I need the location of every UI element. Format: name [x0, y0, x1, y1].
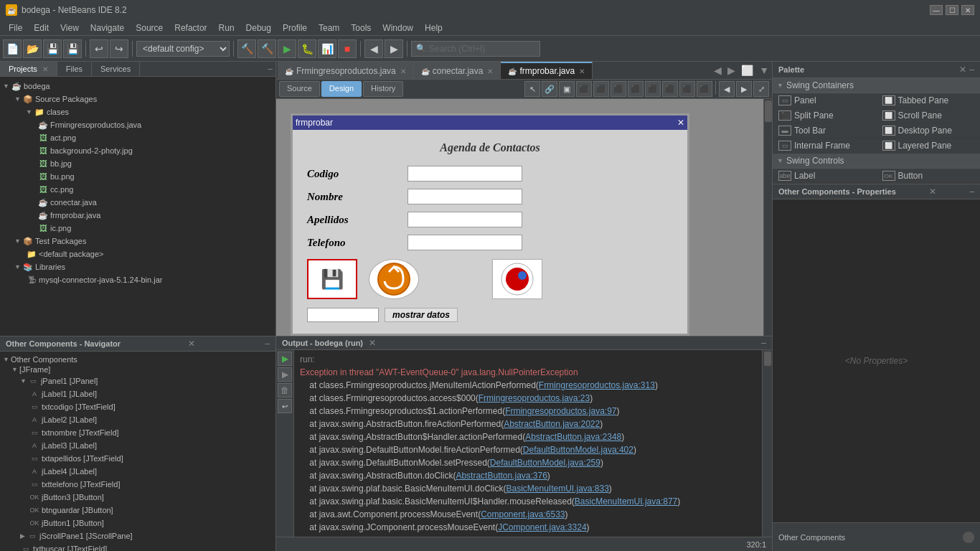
expand-clases-icon[interactable]: ▼ [26, 108, 32, 116]
run-output-btn[interactable]: ▶ [278, 352, 292, 366]
nav-jframe[interactable]: ▼ [JFrame] [0, 364, 275, 375]
form-window-close-icon[interactable]: ✕ [677, 118, 684, 128]
link-6[interactable]: DefaultButtonModel.java:402 [523, 445, 633, 455]
input-telefono[interactable] [407, 235, 522, 250]
palette-tabbed-pane[interactable]: ⬜ Tabbed Pane [877, 93, 981, 108]
close-frmingreso-icon[interactable]: ✕ [400, 67, 406, 75]
project-tree[interactable]: ▼ ☕ bodega ▼ 📦 Source Packages ▼ 📁 clase… [0, 77, 275, 336]
tab-files[interactable]: Files [57, 62, 92, 76]
save-all-button[interactable]: 💾 [63, 39, 82, 58]
menu-source[interactable]: Source [130, 22, 169, 34]
navigator-collapse-icon[interactable]: – [265, 339, 270, 349]
menu-view[interactable]: View [55, 22, 85, 34]
menu-help[interactable]: Help [419, 22, 448, 34]
link-2[interactable]: Frmingresoproductos.java:23 [479, 393, 590, 403]
debug-button[interactable]: 🐛 [298, 39, 316, 58]
close-frmprobar-icon[interactable]: ✕ [579, 67, 585, 75]
menu-window[interactable]: Window [377, 22, 419, 34]
expand-jframe-icon[interactable]: ▼ [11, 366, 18, 373]
menu-tools[interactable]: Tools [345, 22, 377, 34]
palette-toolbar[interactable]: ▬ Tool Bar [773, 123, 877, 138]
tree-bg-jpg[interactable]: 🖼 background-2-photy.jpg [0, 144, 275, 157]
nav-btnguardar[interactable]: OK btnguardar [JButton] [0, 504, 275, 517]
palette-desktop-pane[interactable]: ⬜ Desktop Pane [877, 123, 981, 138]
tab-projects[interactable]: Projects ✕ [0, 62, 57, 76]
design-align1-btn[interactable]: ⬛ [576, 81, 592, 97]
nav-jlabel1[interactable]: A jLabel1 [JLabel] [0, 387, 275, 400]
tree-libraries[interactable]: ▼ 📚 Libraries [0, 260, 275, 273]
expand-jpanel-icon[interactable]: ▼ [20, 377, 27, 385]
redo-button[interactable]: ↪ [110, 39, 128, 58]
tab-scroll-right-icon[interactable]: ▶ [726, 63, 737, 77]
tab-frmprobar[interactable]: ☕ frmprobar.java ✕ [501, 62, 593, 79]
restore-button[interactable]: ☐ [946, 5, 958, 15]
nav-txtapellidos[interactable]: ▭ txtapellidos [JTextField] [0, 452, 275, 465]
output-scroll-thumb[interactable] [764, 352, 771, 366]
tree-bu-png[interactable]: 🖼 bu.png [0, 170, 275, 183]
design-fwd-btn[interactable]: ▶ [736, 81, 752, 97]
nav-txtnombre[interactable]: ▭ txtnombre [JTextField] [0, 426, 275, 439]
palette-collapse-icon[interactable]: – [969, 65, 974, 75]
nav-other-comp[interactable]: ▼ Other Components [0, 354, 275, 364]
design-back-btn[interactable]: ◀ [719, 81, 735, 97]
back-button[interactable]: ◀ [364, 39, 383, 58]
tab-frmingreso[interactable]: ☕ Frmingresoproductos.java ✕ [278, 62, 414, 79]
design-canvas[interactable]: frmprobar ✕ Agenda de Contactos Codigo [276, 99, 772, 336]
nav-txtbuscar[interactable]: ▭ txtbuscar [JTextField] [0, 542, 275, 551]
tree-mysql-jar[interactable]: 🗜 mysql-connector-java-5.1.24-bin.jar [0, 273, 275, 286]
palette-panel[interactable]: ▭ Panel [773, 93, 877, 108]
btn-mostrar[interactable]: mostrar datos [385, 308, 458, 322]
open-button[interactable]: 📂 [23, 39, 42, 58]
design-align2-btn[interactable]: ⬛ [593, 81, 609, 97]
output-close-icon[interactable]: ✕ [369, 338, 376, 348]
palette-label[interactable]: label Label [773, 169, 877, 184]
close-conectar-icon[interactable]: ✕ [487, 67, 493, 75]
subtab-source[interactable]: Source [279, 81, 320, 97]
nav-jlabel4[interactable]: A jLabel4 [JLabel] [0, 465, 275, 478]
search-bar[interactable]: 🔍 Search (Ctrl+I) [411, 41, 540, 57]
btn-refresh[interactable] [369, 259, 419, 299]
canvas-scrollbar-v[interactable] [763, 99, 772, 336]
search-input-form[interactable] [307, 308, 379, 322]
palette-scroll-pane[interactable]: ⬜ Scroll Pane [877, 108, 981, 123]
window-controls[interactable]: — ☐ ✕ [930, 5, 974, 15]
tab-menu-icon[interactable]: ▼ [758, 63, 771, 77]
tree-conectar[interactable]: ☕ conectar.java [0, 196, 275, 209]
palette-close-icon[interactable]: ✕ [959, 65, 966, 75]
minimize-button[interactable]: — [930, 5, 943, 15]
nav-txttelefono[interactable]: ▭ txttelefono [JTextField] [0, 478, 275, 491]
design-align6-btn[interactable]: ⬛ [662, 81, 678, 97]
collapse-left-icon[interactable]: – [268, 64, 273, 74]
link-1[interactable]: Frmingresoproductos.java:313 [539, 380, 655, 390]
expand-src-icon[interactable]: ▼ [14, 95, 21, 103]
link-8[interactable]: AbstractButton.java:376 [456, 471, 547, 481]
expand-bodega-icon[interactable]: ▼ [3, 83, 9, 90]
design-group-btn[interactable]: ▣ [559, 81, 575, 97]
build-button[interactable]: 🔨 [237, 39, 256, 58]
menu-file[interactable]: File [3, 22, 28, 34]
nav-jscrollpane[interactable]: ▶ ▭ jScrollPane1 [JScrollPane] [0, 529, 275, 542]
wrap-output-btn[interactable]: ↩ [278, 399, 292, 413]
config-combo[interactable]: <default config> [136, 41, 230, 57]
tree-root-bodega[interactable]: ▼ ☕ bodega [0, 80, 275, 93]
menu-debug[interactable]: Debug [240, 22, 277, 34]
design-select-btn[interactable]: ↖ [524, 81, 540, 97]
output-collapse-icon[interactable]: – [761, 338, 766, 348]
subtab-design[interactable]: Design [321, 81, 362, 97]
expand-other-icon[interactable]: ▼ [3, 356, 9, 363]
tree-frmingreso[interactable]: ☕ Frmingresoproductos.java [0, 118, 275, 131]
output-scrollbar-v[interactable] [762, 350, 772, 537]
undo-button[interactable]: ↩ [90, 39, 108, 58]
palette-internal-frame[interactable]: ▭ Internal Frame [773, 138, 877, 154]
menu-navigate[interactable]: Navigate [85, 22, 130, 34]
tree-frmprobar[interactable]: ☕ frmprobar.java [0, 209, 275, 222]
tree-clases[interactable]: ▼ 📁 clases [0, 105, 275, 118]
tree-default-pkg[interactable]: 📁 <default package> [0, 248, 275, 260]
tab-conectar[interactable]: ☕ conectar.java ✕ [414, 62, 501, 79]
properties-collapse-icon[interactable]: – [969, 187, 974, 197]
link-7[interactable]: DefaultButtonModel.java:259 [490, 458, 600, 468]
navigator-tree[interactable]: ▼ Other Components ▼ [JFrame] ▼ ▭ jPanel… [0, 352, 275, 551]
run-button[interactable]: ▶ [278, 39, 296, 58]
expand-scroll-icon[interactable]: ▶ [20, 532, 25, 540]
properties-close-icon[interactable]: ✕ [929, 187, 936, 197]
